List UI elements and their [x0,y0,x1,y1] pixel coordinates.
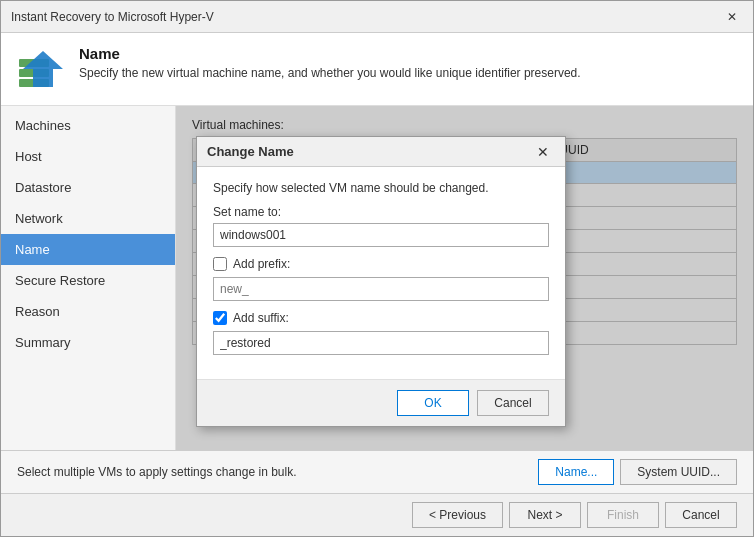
system-uuid-button[interactable]: System UUID... [620,459,737,485]
add-prefix-checkbox[interactable] [213,257,227,271]
modal-cancel-button[interactable]: Cancel [477,390,549,416]
main-window: Instant Recovery to Microsoft Hyper-V ✕ … [0,0,754,537]
change-name-dialog: Change Name ✕ Specify how selected VM na… [196,136,566,427]
sidebar-item-host[interactable]: Host [1,141,175,172]
sidebar: Machines Host Datastore Network Name Sec… [1,106,176,450]
modal-footer: OK Cancel [197,379,565,426]
modal-body: Specify how selected VM name should be c… [197,167,565,379]
add-suffix-label: Add suffix: [233,311,289,325]
cancel-button[interactable]: Cancel [665,502,737,528]
header-text: Name Specify the new virtual machine nam… [79,45,581,80]
footer: < Previous Next > Finish Cancel [1,493,753,536]
set-name-input[interactable] [213,223,549,247]
content-area: Machines Host Datastore Network Name Sec… [1,106,753,450]
window-close-button[interactable]: ✕ [721,8,743,26]
modal-description: Specify how selected VM name should be c… [213,181,549,195]
sidebar-item-name[interactable]: Name [1,234,175,265]
window-title: Instant Recovery to Microsoft Hyper-V [11,10,214,24]
set-name-label: Set name to: [213,205,549,219]
modal-title: Change Name [207,144,294,159]
finish-button[interactable]: Finish [587,502,659,528]
header-description: Specify the new virtual machine name, an… [79,66,581,80]
header-section: Name Specify the new virtual machine nam… [1,33,753,106]
header-title: Name [79,45,581,62]
main-panel: Virtual machines: Name New name System U… [176,106,753,450]
title-bar: Instant Recovery to Microsoft Hyper-V ✕ [1,1,753,33]
ok-button[interactable]: OK [397,390,469,416]
bottom-hint: Select multiple VMs to apply settings ch… [17,465,296,479]
modal-overlay: Change Name ✕ Specify how selected VM na… [176,106,753,450]
modal-close-button[interactable]: ✕ [531,143,555,161]
previous-button[interactable]: < Previous [412,502,503,528]
sidebar-item-datastore[interactable]: Datastore [1,172,175,203]
modal-title-bar: Change Name ✕ [197,137,565,167]
sidebar-item-machines[interactable]: Machines [1,110,175,141]
add-suffix-checkbox[interactable] [213,311,227,325]
add-prefix-label: Add prefix: [233,257,290,271]
sidebar-item-summary[interactable]: Summary [1,327,175,358]
add-prefix-input[interactable] [213,277,549,301]
bottom-bar: Select multiple VMs to apply settings ch… [1,450,753,493]
sidebar-item-secure-restore[interactable]: Secure Restore [1,265,175,296]
add-suffix-row: Add suffix: [213,311,549,325]
header-icon [17,45,65,93]
sidebar-item-network[interactable]: Network [1,203,175,234]
add-prefix-row: Add prefix: [213,257,549,271]
next-button[interactable]: Next > [509,502,581,528]
bottom-bar-buttons: Name... System UUID... [538,459,737,485]
add-suffix-input[interactable] [213,331,549,355]
name-button[interactable]: Name... [538,459,614,485]
sidebar-item-reason[interactable]: Reason [1,296,175,327]
wizard-icon [17,45,65,93]
